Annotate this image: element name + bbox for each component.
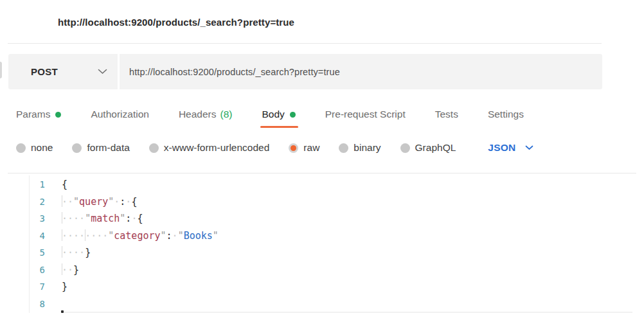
code-token: } (85, 247, 91, 258)
body-type-label: none (31, 142, 53, 154)
line-number: 2 (0, 193, 45, 211)
language-label: JSON (488, 142, 515, 154)
code-content[interactable]: ··"query"·:·{ (45, 193, 137, 211)
code-token: ·· (62, 196, 73, 208)
code-content[interactable]: ····} (45, 244, 91, 262)
code-token: match (91, 213, 120, 224)
tab-label: Params (16, 109, 50, 120)
body-type-options: noneform-datax-www-form-urlencodedrawbin… (16, 142, 456, 154)
code-content[interactable] (45, 296, 62, 313)
code-line: 8 (0, 296, 644, 313)
language-select[interactable]: JSON (488, 142, 533, 154)
code-line: 6··} (0, 262, 644, 279)
code-line: 5····} (0, 244, 644, 262)
radio-binary-icon[interactable] (339, 143, 348, 153)
line-number: 6 (0, 262, 45, 279)
code-content[interactable]: } (45, 278, 67, 296)
chevron-down-icon (525, 145, 533, 150)
tab-label: Tests (435, 109, 458, 120)
tab-label: Pre-request Script (325, 109, 406, 120)
code-token: Books (184, 230, 213, 242)
code-token: " (85, 213, 91, 224)
code-token: " (213, 230, 219, 242)
code-token: } (73, 264, 79, 276)
tab-label: Headers (179, 109, 217, 120)
code-token: ·· (62, 264, 73, 276)
request-url-bar: POST http://localhost:9200/products/_sea… (8, 54, 602, 89)
tab-params[interactable]: Params (16, 109, 61, 120)
editor-scroll-track[interactable] (62, 312, 632, 313)
code-token: ···· (62, 230, 85, 242)
method-select[interactable]: POST (8, 54, 118, 89)
postman-request-panel: http://localhost:9200/products/_search?p… (0, 0, 644, 329)
body-type-x-www-form-urlencoded[interactable]: x-www-form-urlencoded (149, 142, 270, 154)
code-token: { (131, 196, 137, 208)
tab-label: Body (262, 109, 284, 120)
body-type-raw[interactable]: raw (289, 142, 319, 154)
radio-x-www-form-urlencoded-icon[interactable] (149, 143, 159, 153)
code-token: query (79, 196, 108, 208)
body-type-label: binary (353, 142, 380, 154)
code-line: 7} (0, 278, 644, 296)
body-type-label: raw (303, 142, 319, 154)
code-line: 4········"category":·"Books" (0, 227, 644, 245)
tab-headers[interactable]: Headers(8) (179, 109, 233, 120)
code-token: : (166, 230, 172, 242)
tab-label: Authorization (91, 109, 148, 120)
text-cursor (61, 310, 64, 313)
tab-authorization[interactable]: Authorization (91, 109, 148, 120)
radio-form-data-icon[interactable] (72, 143, 82, 153)
code-token: " (178, 230, 184, 242)
title-divider (8, 43, 602, 44)
request-tabs: ParamsAuthorizationHeaders(8)BodyPre-req… (16, 107, 524, 121)
body-type-label: GraphQL (415, 142, 456, 154)
radio-raw-icon[interactable] (289, 143, 298, 153)
code-token: · (114, 196, 120, 208)
url-value: http://localhost:9200/products/_search?p… (129, 67, 340, 77)
code-token: " (108, 196, 114, 208)
chevron-down-icon (98, 69, 107, 75)
tab-pre-request-script[interactable]: Pre-request Script (325, 109, 406, 120)
body-type-form-data[interactable]: form-data (72, 142, 129, 154)
code-token: " (120, 213, 125, 224)
body-type-graphql[interactable]: GraphQL (400, 142, 456, 154)
code-token: { (137, 213, 143, 224)
line-number: 3 (0, 210, 45, 227)
code-token: category (114, 230, 160, 242)
code-editor[interactable]: 1{2··"query"·:·{3····"match":·{4········… (0, 176, 644, 312)
tab-count-badge: (8) (220, 109, 232, 120)
green-dot-icon (55, 112, 61, 118)
code-line: 3····"match":·{ (0, 210, 644, 227)
editor-divider (8, 173, 636, 173)
code-line: 1{ (0, 176, 644, 193)
tab-tests[interactable]: Tests (435, 109, 458, 120)
code-token: · (172, 230, 178, 242)
body-type-binary[interactable]: binary (339, 142, 380, 154)
code-content[interactable]: ········"category":·"Books" (45, 227, 219, 245)
code-token: ···· (62, 213, 85, 224)
tab-label: Settings (488, 109, 524, 120)
request-title: http://localhost:9200/products/_search?p… (58, 17, 294, 28)
code-content[interactable]: { (45, 176, 67, 193)
line-number: 1 (0, 176, 45, 193)
code-token: } (62, 281, 67, 292)
code-token: " (108, 230, 114, 242)
url-input[interactable]: http://localhost:9200/products/_search?p… (120, 54, 602, 89)
line-number: 8 (0, 296, 45, 313)
tab-body[interactable]: Body (262, 109, 295, 120)
code-token: ···· (85, 230, 108, 242)
green-dot-icon (290, 112, 296, 118)
code-token: " (73, 196, 79, 208)
code-token: { (62, 179, 67, 190)
radio-none-icon[interactable] (16, 143, 26, 153)
line-number: 7 (0, 278, 45, 296)
code-token: " (161, 230, 166, 242)
code-content[interactable]: ····"match":·{ (45, 210, 143, 227)
code-token: : (120, 196, 125, 208)
tab-settings[interactable]: Settings (488, 109, 524, 120)
radio-graphql-icon[interactable] (400, 143, 410, 153)
code-content[interactable]: ··} (45, 262, 79, 279)
body-type-none[interactable]: none (16, 142, 53, 154)
line-number: 4 (0, 227, 45, 245)
body-type-row: noneform-datax-www-form-urlencodedrawbin… (16, 141, 533, 154)
